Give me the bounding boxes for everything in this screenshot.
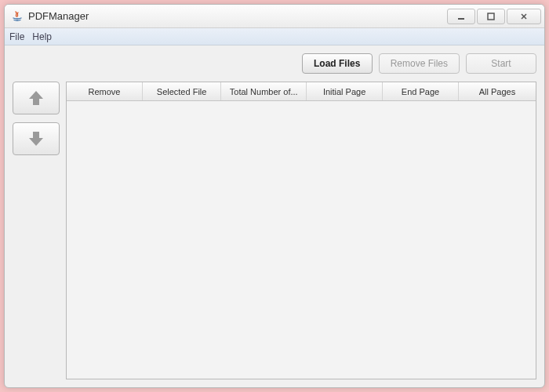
- main-area: Remove Selected File Total Number of... …: [13, 82, 536, 379]
- col-total-pages[interactable]: Total Number of...: [221, 82, 307, 100]
- menu-file[interactable]: File: [9, 31, 24, 42]
- col-remove[interactable]: Remove: [67, 82, 143, 100]
- remove-files-button[interactable]: Remove Files: [379, 53, 460, 74]
- col-end-page[interactable]: End Page: [383, 82, 459, 100]
- table-header: Remove Selected File Total Number of... …: [67, 82, 536, 101]
- load-files-button[interactable]: Load Files: [302, 53, 373, 74]
- arrow-up-icon: [26, 88, 46, 108]
- window-title: PDFManager: [28, 10, 447, 22]
- java-app-icon: [11, 10, 24, 23]
- col-initial-page[interactable]: Initial Page: [307, 82, 383, 100]
- toolbar: Load Files Remove Files Start: [13, 53, 536, 74]
- menu-help[interactable]: Help: [32, 31, 52, 42]
- svg-rect-0: [458, 18, 464, 20]
- move-up-button[interactable]: [13, 82, 60, 114]
- content-area: Load Files Remove Files Start: [5, 45, 544, 387]
- table-body: [67, 101, 536, 379]
- maximize-button[interactable]: [477, 9, 505, 24]
- move-down-button[interactable]: [13, 122, 60, 155]
- close-button[interactable]: [507, 9, 541, 24]
- window-controls: [447, 9, 541, 24]
- col-all-pages[interactable]: All Pages: [459, 82, 536, 100]
- col-selected-file[interactable]: Selected File: [143, 82, 221, 100]
- arrow-down-icon: [26, 129, 46, 149]
- start-button[interactable]: Start: [466, 53, 536, 74]
- titlebar: PDFManager: [5, 5, 544, 28]
- menubar: File Help: [5, 28, 544, 45]
- svg-rect-1: [488, 13, 494, 20]
- minimize-button[interactable]: [447, 9, 475, 24]
- app-window: PDFManager File Help Load Files Remove F…: [4, 4, 545, 388]
- files-table: Remove Selected File Total Number of... …: [66, 82, 536, 379]
- reorder-controls: [13, 82, 60, 379]
